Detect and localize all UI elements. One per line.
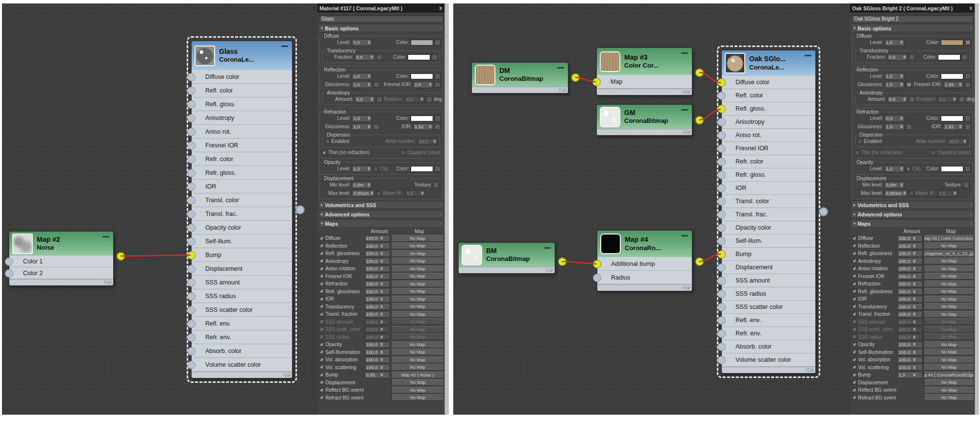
spinner-up-icon[interactable] [380, 320, 383, 322]
diffuse-color-swatch[interactable] [411, 40, 433, 46]
spinner-up-icon[interactable] [380, 305, 383, 306]
panel-scrollbar[interactable] [444, 3, 449, 415]
fresnel-map-button[interactable] [965, 82, 971, 88]
spinner-up-icon[interactable] [900, 41, 903, 42]
spinner-up-icon[interactable] [380, 275, 383, 276]
spinner-arrows-icon[interactable] [913, 305, 916, 308]
slot-sss-scatter-color[interactable]: SSS scatter color [722, 301, 815, 314]
caustics-checkbox[interactable] [401, 150, 406, 155]
spinner-arrows-icon[interactable] [380, 328, 383, 331]
slot-refl-color[interactable]: Refl. color [722, 89, 815, 102]
spinner-up-icon[interactable] [368, 167, 370, 168]
map-enable-checkbox[interactable]: ✔ [852, 258, 857, 263]
map-amount-spinner[interactable]: 100,0 [365, 296, 390, 303]
map-slot-button[interactable]: No Map [391, 242, 444, 249]
map-amount-spinner[interactable]: 100,0 [365, 356, 390, 363]
input-connector[interactable] [187, 73, 196, 81]
spinner-down-icon[interactable] [913, 375, 916, 376]
slot-refl-gloss-[interactable]: Refl. gloss. [192, 97, 292, 111]
thin-checkbox[interactable]: ✔ [322, 150, 327, 155]
collapse-minus-icon[interactable] [102, 236, 109, 237]
slot-refl-color[interactable]: Refl. color [192, 84, 292, 97]
map-enable-checkbox[interactable]: ✔ [319, 334, 324, 339]
slot-refr-color[interactable]: Refr. color [722, 155, 815, 168]
spinner-down-icon[interactable] [370, 57, 373, 59]
map-slot-button[interactable]: No Map [391, 296, 444, 303]
map-amount-spinner[interactable]: 100,0 [897, 341, 923, 348]
spinner-arrows-icon[interactable] [913, 328, 916, 331]
water-level-spinner[interactable]: 0,5 [405, 190, 425, 197]
input-connector[interactable] [717, 197, 726, 206]
spinner-arrows-icon[interactable] [380, 244, 383, 248]
spinner-up-icon[interactable] [900, 117, 903, 118]
spinner-down-icon[interactable] [900, 127, 903, 128]
slot-absorb-color[interactable]: Absorb. color [722, 340, 815, 353]
map-amount-spinner[interactable]: 100,0 [897, 349, 923, 355]
spinner-arrows-icon[interactable] [380, 358, 383, 361]
map-slot-button[interactable]: No Map [391, 250, 444, 257]
map-enable-checkbox[interactable]: ✔ [852, 380, 857, 385]
spinner-down-icon[interactable] [913, 246, 916, 248]
spinner-down-icon[interactable] [900, 85, 903, 86]
slot-diffuse-color[interactable]: Diffuse color [192, 70, 292, 84]
map-amount-spinner[interactable]: 100,0 [365, 273, 390, 280]
map-amount-spinner[interactable]: 100,0 [365, 318, 390, 325]
map-amount-spinner[interactable]: 100,0 [897, 364, 923, 371]
spinner-up-icon[interactable] [368, 125, 370, 126]
node-header[interactable]: Map #2Noise [9, 231, 114, 256]
material-name-field[interactable]: Oak SGloss Bright 2 [852, 15, 974, 23]
map-slot-button[interactable]: No Map [924, 326, 974, 333]
map-amount-spinner[interactable]: 100,0 [365, 364, 390, 371]
node-header[interactable]: GMCoronaBitmap [596, 104, 692, 129]
spinner-arrows-icon[interactable] [429, 125, 432, 128]
spinner-up-icon[interactable] [380, 312, 383, 314]
node-output-connector[interactable] [695, 68, 704, 77]
node-oak[interactable]: Oak SGlo...CoronaLe...Diffuse colorRefl.… [721, 50, 816, 374]
slot-anisotropy[interactable]: Anisotropy [192, 111, 292, 125]
spinner-up-icon[interactable] [913, 305, 916, 306]
map-enable-checkbox[interactable]: ✔ [319, 373, 324, 377]
input-connector[interactable] [717, 144, 726, 153]
spinner-down-icon[interactable] [420, 99, 423, 101]
slot-self-illum-[interactable]: Self-illum. [192, 235, 292, 248]
spinner-down-icon[interactable] [429, 85, 432, 86]
spinner-up-icon[interactable] [900, 74, 903, 76]
spinner-down-icon[interactable] [913, 299, 916, 301]
spinner-arrows-icon[interactable] [903, 191, 906, 195]
slot-volume-scatter-color[interactable]: Volume scatter color [722, 353, 815, 367]
input-connector[interactable] [717, 211, 726, 219]
spinner-arrows-icon[interactable] [380, 252, 383, 255]
input-connector[interactable] [717, 237, 726, 245]
spinner-up-icon[interactable] [380, 335, 383, 337]
slot-displacement[interactable]: Displacement [722, 261, 815, 274]
node-map3[interactable]: Map #3Color Cor...Map [596, 47, 692, 95]
spinner-down-icon[interactable] [913, 261, 916, 263]
slot-fresnel-ior[interactable]: Fresnel IOR [192, 139, 292, 152]
slot-diffuse-color[interactable]: Diffuse color [722, 76, 815, 89]
spinner-up-icon[interactable] [913, 373, 916, 375]
node-output-connector[interactable] [695, 257, 704, 266]
spinner-up-icon[interactable] [429, 125, 432, 126]
map-enable-checkbox[interactable]: ✔ [319, 274, 324, 279]
map-enable-checkbox[interactable]: ✔ [852, 373, 857, 377]
node-header[interactable]: GlassCoronaLe... [191, 41, 293, 70]
slot-radius[interactable]: Radius [597, 271, 692, 284]
spinner-down-icon[interactable] [380, 254, 383, 255]
spinner-arrows-icon[interactable] [913, 366, 916, 369]
map-slot-button[interactable]: No Map [924, 311, 974, 318]
node-header[interactable]: Map #3Color Cor... [596, 47, 692, 75]
map-amount-spinner[interactable]: 100,0 [365, 288, 390, 295]
spinner-down-icon[interactable] [370, 99, 373, 101]
map-amount-spinner[interactable]: 100,0 [365, 333, 390, 340]
clip-checkbox[interactable] [373, 166, 378, 171]
opacity-level-spinner[interactable]: 1,0 [352, 165, 372, 172]
spinner-arrows-icon[interactable] [380, 290, 383, 293]
map-enable-checkbox[interactable]: ✔ [319, 251, 324, 256]
reflection-level-spinner[interactable]: 1,0 [884, 73, 905, 80]
map-amount-spinner[interactable]: 100,0 [365, 250, 390, 257]
spinner-down-icon[interactable] [368, 43, 370, 44]
map-amount-spinner[interactable]: 100,0 [365, 242, 390, 249]
spinner-down-icon[interactable] [380, 261, 383, 263]
spinner-down-icon[interactable] [380, 352, 383, 354]
map-amount-spinner[interactable]: 100,0 [365, 258, 390, 264]
